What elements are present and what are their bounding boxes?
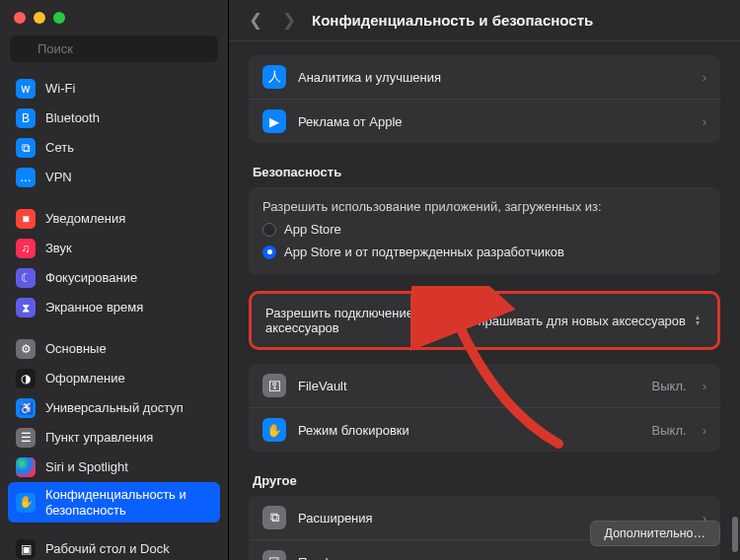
content-pane: ❮ ❯ Конфиденциальность и безопасность ⼈А… (229, 0, 740, 560)
traffic-lights (0, 0, 228, 32)
settings-row-lockdown[interactable]: ✋Режим блокировкиВыкл.› (249, 407, 720, 452)
allow-apps-panel: Разрешить использование приложений, загр… (249, 187, 720, 275)
moon-icon: ☾ (16, 268, 36, 288)
section-heading-other: Другое (249, 467, 720, 496)
sidebar-item-control-center[interactable]: ☰Пункт управления (8, 423, 220, 453)
filevault-icon: ⚿ (262, 374, 286, 397)
sidebar-item-appearance[interactable]: ◑Оформление (8, 364, 220, 393)
accessibility-icon: ♿ (16, 398, 36, 418)
row-label: Реклама от Apple (298, 114, 687, 129)
radio-option-1[interactable]: App Store и от подтвержденных разработчи… (249, 241, 720, 263)
chevron-right-icon: › (703, 114, 706, 129)
allow-apps-heading: Разрешить использование приложений, загр… (249, 187, 720, 218)
bluetooth-icon: B (16, 108, 36, 128)
row-value: Выкл. (652, 423, 687, 438)
bell-icon: ■ (16, 209, 36, 229)
privacy-icon: ✋ (16, 493, 36, 513)
sidebar-item-gear[interactable]: ⚙Основные (8, 334, 220, 364)
advanced-button[interactable]: Дополнительно… (590, 521, 720, 546)
profiles-icon: ☑ (262, 550, 286, 560)
wifi-icon: ᴡ (16, 79, 36, 99)
row-value: Выкл. (652, 379, 687, 393)
sidebar-item-privacy[interactable]: ✋Конфиденциальность и безопасность (8, 482, 220, 523)
network-icon: ⧉ (16, 138, 36, 158)
sidebar-item-label: Фокусирование (45, 270, 212, 286)
settings-row-chart[interactable]: ⼈Аналитика и улучшения› (249, 55, 720, 99)
forward-button[interactable]: ❯ (278, 10, 300, 31)
row-label: Аналитика и улучшения (298, 70, 687, 85)
sidebar-item-label: Пункт управления (45, 430, 212, 446)
chevron-right-icon: › (703, 423, 706, 438)
extensions-icon: ⧉ (262, 506, 286, 529)
sidebar-item-label: Экранное время (45, 300, 212, 315)
hourglass-icon: ⧗ (16, 298, 36, 317)
sidebar-item-label: Рабочий стол и Dock (45, 541, 212, 557)
sidebar-item-label: Звук (45, 241, 212, 256)
sidebar-item-label: Сеть (45, 140, 212, 156)
minimize-window[interactable] (34, 12, 45, 24)
sidebar-item-label: VPN (45, 170, 212, 185)
settings-row-megaphone[interactable]: ▶Реклама от Apple› (249, 99, 720, 143)
sidebar-item-vpn[interactable]: …VPN (8, 163, 220, 192)
close-window[interactable] (14, 12, 26, 24)
lockdown-icon: ✋ (262, 418, 286, 442)
sound-icon: ♫ (16, 239, 36, 258)
allow-accessories-row[interactable]: Разрешить подключение аксессуаров Спраши… (249, 291, 720, 350)
sidebar-item-label: Универсальный доступ (45, 400, 212, 416)
desktop-icon: ▣ (16, 539, 36, 559)
sidebar-item-label: Конфиденциальность и безопасность (45, 487, 212, 518)
control-center-icon: ☰ (16, 428, 36, 448)
megaphone-icon: ▶ (262, 109, 286, 133)
maximize-window[interactable] (53, 12, 65, 24)
sidebar-item-accessibility[interactable]: ♿Универсальный доступ (8, 393, 220, 423)
sidebar-item-wifi[interactable]: ᴡWi-Fi (8, 74, 220, 104)
radio-icon[interactable] (262, 223, 276, 237)
sidebar-item-desktop[interactable]: ▣Рабочий стол и Dock (8, 534, 220, 560)
sidebar-item-bluetooth[interactable]: BBluetooth (8, 104, 220, 133)
gear-icon: ⚙ (16, 339, 36, 359)
sidebar-item-label: Siri и Spotlight (45, 459, 212, 475)
row-label: Режим блокировки (298, 423, 640, 438)
sidebar-item-sound[interactable]: ♫Звук (8, 234, 220, 263)
settings-row-filevault[interactable]: ⚿FileVaultВыкл.› (249, 364, 720, 407)
appearance-icon: ◑ (16, 369, 36, 388)
chevron-right-icon: › (703, 379, 706, 393)
sidebar-item-label: Оформление (45, 371, 212, 386)
radio-icon[interactable] (262, 245, 276, 259)
sidebar-item-bell[interactable]: ■Уведомления (8, 204, 220, 234)
sidebar-item-network[interactable]: ⧉Сеть (8, 133, 220, 163)
radio-label: App Store и от подтвержденных разработчи… (284, 245, 564, 259)
sidebar-item-label: Основные (45, 341, 212, 357)
sidebar-item-label: Bluetooth (45, 110, 212, 126)
updown-icon: ▲▼ (692, 315, 703, 326)
sidebar-item-moon[interactable]: ☾Фокусирование (8, 263, 220, 293)
chevron-right-icon: › (703, 555, 706, 561)
row-label: FileVault (298, 379, 640, 393)
sidebar-item-hourglass[interactable]: ⧗Экранное время (8, 293, 220, 322)
chevron-right-icon: › (703, 70, 706, 85)
back-button[interactable]: ❮ (245, 10, 266, 31)
section-heading-security: Безопасность (249, 159, 720, 187)
titlebar: ❮ ❯ Конфиденциальность и безопасность (229, 0, 740, 41)
allow-accessories-value-text: Спрашивать для новых аксессуаров (469, 314, 686, 328)
sidebar-item-label: Уведомления (45, 211, 212, 227)
sidebar-item-siri[interactable]: Siri и Spotlight (8, 453, 220, 482)
chart-icon: ⼈ (262, 65, 286, 89)
sidebar-item-label: Wi-Fi (45, 81, 212, 97)
search-input[interactable] (10, 35, 218, 62)
sidebar: ᴡWi-FiBBluetooth⧉Сеть…VPN■Уведомления♫Зв… (0, 0, 229, 560)
radio-option-0[interactable]: App Store (249, 218, 720, 241)
radio-label: App Store (284, 222, 341, 237)
allow-accessories-label: Разрешить подключение аксессуаров (265, 306, 457, 335)
allow-accessories-value[interactable]: Спрашивать для новых аксессуаров ▲▼ (469, 314, 703, 328)
vpn-icon: … (16, 168, 36, 187)
row-label: Профили (298, 555, 687, 561)
advanced-button-label: Дополнительно… (605, 526, 705, 540)
siri-icon (16, 457, 36, 477)
page-title: Конфиденциальность и безопасность (312, 12, 593, 29)
